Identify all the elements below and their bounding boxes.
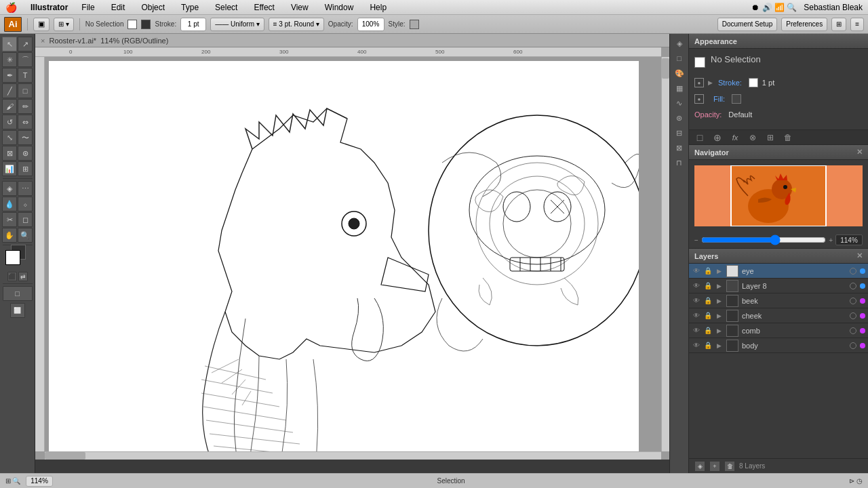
- stroke-eye[interactable]: ●: [694, 78, 704, 87]
- arrange-btn[interactable]: ⊞ ▾: [54, 18, 74, 31]
- menu-window[interactable]: Window: [322, 1, 357, 14]
- layer-eye-comb[interactable]: 👁: [692, 326, 701, 336]
- layer-lock-eye[interactable]: 🔒: [703, 266, 713, 276]
- zoom-in-icon[interactable]: +: [829, 237, 833, 244]
- eyedropper-tool[interactable]: 💧: [2, 197, 17, 211]
- pencil-tool[interactable]: ✏: [18, 99, 33, 114]
- layer-expand-comb[interactable]: ▶: [715, 327, 723, 335]
- zoom-slider[interactable]: [701, 235, 826, 245]
- layer-expand-layer8[interactable]: ▶: [715, 282, 723, 290]
- reflect-tool[interactable]: ⇔: [18, 115, 33, 129]
- fill-eye[interactable]: ●: [694, 94, 704, 104]
- layer-target-comb[interactable]: [850, 327, 856, 334]
- layer-row-comb[interactable]: 👁 🔒 ▶ comb: [689, 323, 868, 338]
- magic-wand-tool[interactable]: ✳: [2, 52, 17, 67]
- layer-lock-cheek[interactable]: 🔒: [703, 311, 713, 321]
- graphic-styles-btn[interactable]: □: [673, 52, 686, 65]
- layer-expand-cheek[interactable]: ▶: [715, 312, 723, 320]
- layer-target-eye[interactable]: [850, 268, 856, 274]
- layer-eye-body[interactable]: 👁: [692, 341, 701, 350]
- eraser-tool[interactable]: ◻: [18, 212, 33, 227]
- stroke-color[interactable]: [749, 78, 758, 87]
- default-colors-btn[interactable]: ⬛: [7, 272, 17, 281]
- rect-tool[interactable]: □: [18, 83, 33, 98]
- layer-eye-layer8[interactable]: 👁: [692, 281, 701, 291]
- direct-selection-tool[interactable]: ↗: [18, 37, 33, 52]
- blend-tool[interactable]: ⋯: [18, 181, 33, 196]
- layer-row-layer8[interactable]: 👁 🔒 ▶ Layer 8: [689, 279, 868, 293]
- scissors-tool[interactable]: ✂: [2, 212, 17, 227]
- screen-mode-btn[interactable]: ⬜: [10, 303, 25, 318]
- layers-close-icon[interactable]: ✕: [856, 251, 863, 260]
- selection-tool[interactable]: ↖: [2, 37, 17, 52]
- layer-lock-comb[interactable]: 🔒: [703, 326, 713, 336]
- layer-row-eye[interactable]: 👁 🔒 ▶ eye: [689, 264, 868, 279]
- stroke-cap-btn[interactable]: ≡ 3 pt. Round ▾: [269, 18, 324, 31]
- pen-tool[interactable]: ✒: [2, 68, 17, 83]
- layer-row-body[interactable]: 👁 🔒 ▶ body: [689, 338, 868, 353]
- zoom-out-icon[interactable]: −: [694, 237, 698, 244]
- menu-edit[interactable]: Edit: [108, 1, 128, 14]
- style-box[interactable]: [410, 20, 419, 29]
- scale-tool[interactable]: ⤡: [2, 130, 17, 145]
- paintbrush-tool[interactable]: 🖌: [2, 99, 17, 114]
- navigator-close-icon[interactable]: ✕: [856, 148, 863, 157]
- warp-tool[interactable]: 〜: [18, 130, 33, 145]
- layer-eye-beek[interactable]: 👁: [692, 296, 701, 306]
- add-new-fill-btn[interactable]: ⊕: [711, 131, 724, 144]
- pathfinder-btn[interactable]: ⊓: [673, 156, 686, 169]
- fx-btn[interactable]: fx: [728, 131, 742, 144]
- add-new-stroke-btn[interactable]: □: [693, 131, 707, 144]
- gradient-tool[interactable]: ◈: [2, 181, 17, 196]
- canvas-content[interactable]: 0 100 200 300 400 500 600: [35, 47, 669, 460]
- swatches-btn[interactable]: ▦: [673, 81, 686, 95]
- zoom-input[interactable]: [835, 235, 863, 245]
- stroke-width-input[interactable]: [180, 18, 206, 31]
- layer-lock-body[interactable]: 🔒: [703, 341, 713, 350]
- appearance-panel-btn[interactable]: ◈: [673, 37, 686, 50]
- make-sublayer-btn[interactable]: ◈: [694, 461, 705, 472]
- preferences-btn[interactable]: Preferences: [781, 18, 827, 31]
- rotate-tool[interactable]: ↺: [2, 115, 17, 129]
- menu-help[interactable]: Help: [367, 1, 389, 14]
- fill-link[interactable]: Fill:: [713, 95, 725, 103]
- navigator-thumbnail[interactable]: [694, 165, 863, 226]
- type-tool[interactable]: T: [18, 68, 33, 83]
- apple-menu[interactable]: 🍎: [5, 2, 17, 13]
- layer-expand-eye[interactable]: ▶: [715, 267, 723, 275]
- brushes-btn[interactable]: ∿: [673, 96, 686, 110]
- draw-mode-btn[interactable]: □: [3, 286, 33, 301]
- delete-item-btn[interactable]: 🗑: [781, 131, 795, 144]
- fill-color[interactable]: [732, 94, 741, 104]
- align-btn[interactable]: ⊟: [673, 126, 686, 140]
- mesh-tool[interactable]: ⊞: [18, 161, 33, 176]
- line-tool[interactable]: ╱: [2, 83, 17, 98]
- layer-target-cheek[interactable]: [850, 312, 856, 319]
- menu-effect[interactable]: Effect: [251, 1, 277, 14]
- color-btn[interactable]: 🎨: [673, 66, 686, 80]
- lasso-tool[interactable]: ⌒: [18, 52, 33, 67]
- swap-colors-btn[interactable]: ⇄: [18, 272, 28, 281]
- layer-lock-layer8[interactable]: 🔒: [703, 281, 713, 291]
- zoom-status-input[interactable]: [26, 476, 53, 487]
- graph-tool[interactable]: 📊: [2, 161, 17, 176]
- layer-target-layer8[interactable]: [850, 283, 856, 289]
- symbol-tool[interactable]: ⊛: [18, 146, 33, 161]
- doc-setup-btn[interactable]: Document Setup: [717, 18, 778, 31]
- workspace-btn[interactable]: ⊞: [831, 18, 846, 31]
- opacity-input[interactable]: [357, 18, 384, 31]
- transform-btn[interactable]: ⊠: [673, 141, 686, 155]
- stroke-type-btn[interactable]: —— Uniform ▾: [210, 18, 264, 31]
- arrange-workspace-btn[interactable]: ≡: [850, 18, 864, 31]
- clear-appearance-btn[interactable]: ⊗: [746, 131, 760, 144]
- fill-color-box[interactable]: [127, 20, 137, 29]
- layer-row-cheek[interactable]: 👁 🔒 ▶ cheek: [689, 308, 868, 323]
- new-layer-btn[interactable]: +: [709, 461, 720, 472]
- zoom-tool[interactable]: 🔍: [18, 228, 33, 243]
- menu-object[interactable]: Object: [138, 1, 167, 14]
- paint-bucket-tool[interactable]: ⬦: [18, 197, 33, 211]
- symbols-btn[interactable]: ⊛: [673, 111, 686, 125]
- stroke-link[interactable]: Stroke:: [718, 79, 742, 87]
- layer-eye-eye[interactable]: 👁: [692, 266, 701, 276]
- artboard-btn[interactable]: ▣: [33, 18, 50, 31]
